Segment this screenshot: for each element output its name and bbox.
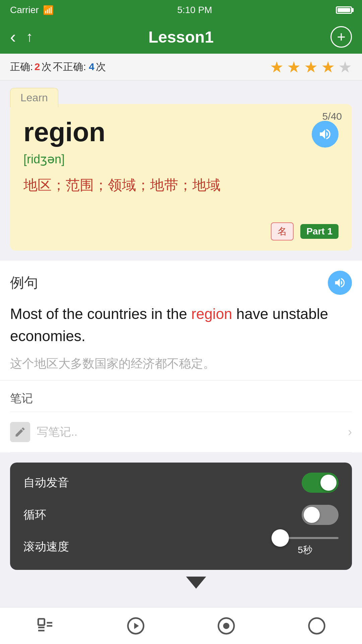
correct-count: 2	[35, 61, 40, 72]
word-phonetic: [ridʒən]	[23, 152, 339, 166]
loop-label: 循环	[23, 507, 46, 523]
loop-toggle[interactable]	[302, 505, 339, 525]
carrier-label: Carrier	[10, 5, 39, 15]
wrong-count: 4	[89, 61, 95, 72]
auto-play-label: 自动发音	[23, 475, 69, 490]
page-title: Lesson1	[148, 28, 214, 46]
more-button[interactable]	[303, 612, 330, 639]
back-button[interactable]: ‹	[10, 28, 16, 46]
notes-title: 笔记	[10, 392, 33, 405]
speed-slider-container: 5秒	[272, 537, 339, 556]
speaker-icon	[318, 127, 332, 141]
example-sentence-en: Most of the countries in the region have…	[10, 303, 352, 347]
speaker-icon-small	[334, 276, 346, 289]
bottom-toolbar	[0, 607, 362, 644]
stats-text: 正确: 2 次 不正确: 4 次	[10, 60, 106, 74]
star-3: ★	[304, 58, 318, 76]
up-button[interactable]: ↑	[26, 29, 33, 45]
svg-rect-0	[38, 619, 45, 625]
status-left: Carrier 📶	[10, 5, 54, 15]
add-button[interactable]: +	[330, 26, 352, 48]
tag-part: Part 1	[300, 224, 339, 239]
card-progress: 5/40	[322, 111, 342, 122]
star-1: ★	[270, 58, 284, 76]
star-5: ★	[338, 58, 352, 76]
example-highlight: region	[191, 306, 232, 322]
speed-label: 滚动速度	[23, 539, 69, 554]
wrong-label-text: 不正确:	[53, 61, 89, 72]
svg-point-8	[223, 623, 230, 629]
correct-unit: 次	[42, 61, 52, 72]
notes-section: 笔记 写笔记.. ›	[0, 381, 362, 452]
example-title: 例句	[10, 273, 38, 292]
word-text: region	[23, 117, 339, 147]
battery-icon	[336, 6, 352, 14]
wrong-unit: 次	[96, 61, 106, 72]
more-icon	[307, 616, 326, 635]
card-audio-button[interactable]	[312, 121, 339, 148]
list-button[interactable]	[32, 612, 59, 639]
settings-arrow	[186, 577, 206, 589]
notes-placeholder: 写笔记..	[37, 424, 348, 440]
wifi-icon: 📶	[43, 5, 54, 15]
notes-input-row[interactable]: 写笔记.. ›	[10, 412, 352, 452]
star-2: ★	[287, 58, 301, 76]
status-bar: Carrier 📶 5:10 PM	[0, 0, 362, 20]
notes-chevron: ›	[348, 425, 352, 439]
time-label: 5:10 PM	[177, 5, 212, 15]
nav-left: ‹ ↑	[10, 28, 33, 46]
play-icon	[126, 616, 145, 635]
auto-play-toggle[interactable]	[302, 473, 339, 493]
correct-label: 正确:	[10, 61, 33, 72]
record-icon	[217, 616, 236, 635]
edit-icon	[14, 426, 26, 438]
stars-container: ★ ★ ★ ★ ★	[270, 58, 352, 76]
card-footer: 名 Part 1	[10, 222, 352, 251]
play-button[interactable]	[122, 612, 149, 639]
example-section: 例句 Most of the countries in the region h…	[0, 261, 362, 380]
svg-marker-6	[134, 623, 139, 629]
nav-bar: ‹ ↑ Lesson1 +	[0, 20, 362, 54]
learn-tab: Learn	[10, 88, 58, 107]
tag-noun: 名	[271, 222, 294, 240]
example-header: 例句	[10, 271, 352, 295]
word-definition: 地区；范围；领域；地带；地域	[23, 174, 339, 196]
auto-play-row: 自动发音	[23, 473, 339, 493]
list-icon	[36, 616, 55, 635]
card-section: Learn 5/40 region [ridʒən] 地区；范围；领域；地带；地…	[0, 80, 362, 261]
settings-panel: 自动发音 循环 滚动速度 5秒	[10, 463, 352, 570]
example-prefix: Most of the countries in the	[10, 306, 191, 322]
example-sentence-zh: 这个地区大多数国家的经济都不稳定。	[10, 354, 352, 373]
card-body: region [ridʒən] 地区；范围；领域；地带；地域	[10, 104, 352, 222]
notes-icon	[10, 422, 30, 442]
word-card: Learn 5/40 region [ridʒən] 地区；范围；领域；地带；地…	[10, 104, 352, 251]
stats-bar: 正确: 2 次 不正确: 4 次 ★ ★ ★ ★ ★	[0, 54, 362, 80]
speed-slider-track	[272, 537, 339, 539]
record-button[interactable]	[213, 612, 240, 639]
loop-row: 循环	[23, 505, 339, 525]
speed-row: 滚动速度 5秒	[23, 537, 339, 556]
example-audio-button[interactable]	[328, 271, 352, 295]
speed-slider-knob[interactable]	[272, 529, 289, 547]
star-4: ★	[321, 58, 335, 76]
